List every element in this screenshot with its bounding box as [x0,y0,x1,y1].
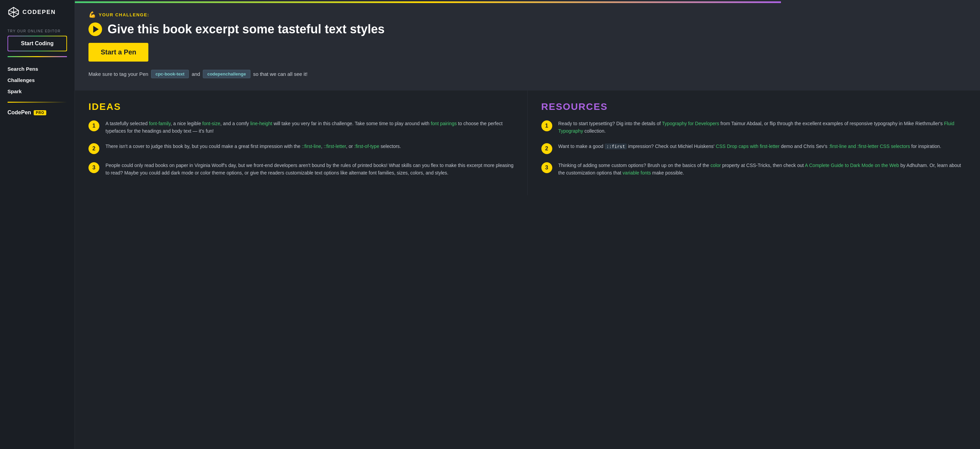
tag-badge-1: cpc-book-text [151,70,189,78]
logo-area: CODEPEN [0,6,75,24]
color-link[interactable]: color [711,163,721,168]
resource-number-2: 2 [541,143,552,154]
dark-mode-guide-link[interactable]: A Complete Guide to Dark Mode on the Web [805,163,899,168]
challenge-title: Give this book excerpt some tasteful tex… [108,22,385,36]
variable-fonts-link[interactable]: variable fonts [623,170,651,176]
first-code: ::first [605,144,627,149]
idea-item-1: 1 A tastefully selected font-family, a n… [89,120,514,135]
line-height-link[interactable]: line-height [250,121,272,126]
resource-item-2: 2 Want to make a good ::first impression… [541,143,967,154]
gradient-divider [8,56,67,57]
play-triangle-icon [93,26,99,33]
tag-row: Make sure to tag your Pen cpc-book-text … [89,70,966,78]
resource-number-3: 3 [541,162,552,173]
ideas-title: IDEAS [89,102,514,112]
css-drop-caps-link[interactable]: CSS Drop caps with first-letter [716,144,780,149]
challenge-title-row: Give this book excerpt some tasteful tex… [89,22,966,36]
resources-section: RESOURCES 1 Ready to start typesetting? … [528,90,980,195]
challenge-label-row: 💪 YOUR CHALLENGE: [89,11,966,18]
idea-number-3: 3 [89,162,99,173]
start-coding-button[interactable]: Start Coding [8,36,66,51]
ideas-section: IDEAS 1 A tastefully selected font-famil… [75,90,528,195]
svg-line-6 [14,11,18,12]
try-label: TRY OUR ONLINE EDITOR [8,29,67,33]
logo-text: CODEPEN [22,9,56,16]
sidebar-item-search-pens[interactable]: Search Pens [0,63,75,75]
resource-item-3: 3 Thinking of adding some custom options… [541,162,967,177]
svg-line-7 [9,12,14,14]
lower-section: IDEAS 1 A tastefully selected font-famil… [75,90,980,195]
sidebar-item-challenges[interactable]: Challenges [0,75,75,86]
your-challenge-text: YOUR CHALLENGE: [99,12,150,17]
sidebar-divider [8,102,67,103]
idea-text-3: People could only read books on paper in… [105,162,514,177]
sidebar-item-spark[interactable]: Spark [0,86,75,97]
start-pen-button-wrapper: Start a Pen [89,43,966,70]
first-line-selectors-link[interactable]: :first-line and :first-letter CSS select… [829,144,910,149]
idea-item-2: 2 There isn't a cover to judge this book… [89,143,514,154]
resource-item-1: 1 Ready to start typesetting? Dig into t… [541,120,967,135]
codepen-logo-icon [8,6,20,18]
svg-line-8 [14,12,18,14]
idea-text-1: A tastefully selected font-family, a nic… [105,120,514,135]
main-content: 💪 YOUR CHALLENGE: Give this book excerpt… [75,0,980,449]
challenge-card: 💪 YOUR CHALLENGE: Give this book excerpt… [75,0,980,90]
tag-outro-text: so that we can all see it! [253,71,308,77]
resource-text-1: Ready to start typesetting? Dig into the… [558,120,967,135]
typography-developers-link[interactable]: Typography for Developers [662,121,719,126]
fluid-typography-link[interactable]: Fluid Typography [558,121,955,134]
sidebar: CODEPEN TRY OUR ONLINE EDITOR Start Codi… [0,0,75,449]
resource-text-3: Thinking of adding some custom options? … [558,162,967,177]
resources-title: RESOURCES [541,102,967,112]
svg-line-5 [9,11,14,12]
font-size-link[interactable]: font-size [202,121,221,126]
tag-badge-2: codepenchallenge [203,70,250,78]
font-family-link[interactable]: font-family [149,121,171,126]
font-pairings-link[interactable]: font pairings [431,121,457,126]
resource-number-1: 1 [541,121,552,131]
play-icon[interactable] [89,22,102,36]
first-letter-link[interactable]: ::first-letter [324,144,346,149]
idea-number-2: 2 [89,143,99,154]
tag-and-text: and [192,71,200,77]
idea-text-2: There isn't a cover to judge this book b… [105,143,401,150]
pro-badge: PRO [34,110,46,115]
resource-text-2: Want to make a good ::first impression? … [558,143,942,150]
idea-number-1: 1 [89,121,99,131]
start-coding-wrapper: Start Coding [8,36,67,51]
challenge-top-bar [75,2,781,3]
first-line-link[interactable]: ::first-line [302,144,321,149]
challenge-emoji: 💪 [89,11,96,18]
codepen-label: CodePen [8,109,31,116]
start-pen-button[interactable]: Start a Pen [89,43,148,62]
tag-intro-text: Make sure to tag your Pen [89,71,148,77]
idea-item-3: 3 People could only read books on paper … [89,162,514,177]
logo[interactable]: CODEPEN [8,6,67,18]
codepen-pro-row[interactable]: CodePen PRO [0,108,75,118]
start-coding-border: Start Coding [8,36,67,51]
first-of-type-link[interactable]: :first-of-type [354,144,379,149]
